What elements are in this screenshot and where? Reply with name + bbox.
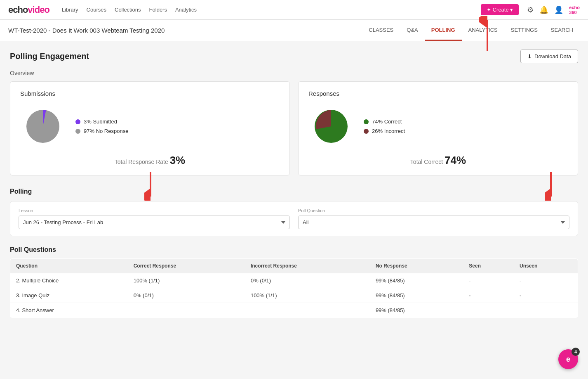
responses-chart-title: Responses (308, 90, 568, 97)
correct-3 (128, 303, 245, 318)
responses-legend: 74% Correct 26% Incorrect (364, 118, 405, 134)
page-title: Polling Engagement (10, 52, 89, 61)
nav-links: Library Courses Collections Folders Anal… (62, 7, 481, 13)
col-unseen: Unseen (514, 259, 578, 273)
incorrect-1: 0% (0/1) (245, 273, 370, 288)
polling-section: Polling Les (10, 188, 578, 236)
poll-questions-title: Poll Questions (10, 246, 578, 253)
unseen-3 (514, 303, 578, 318)
filters-card: Lesson Jun 26 - Testing Process - Fri La… (10, 201, 578, 236)
nav-collections[interactable]: Collections (115, 7, 141, 13)
submissions-chart-footer: Total Response Rate 3% (20, 154, 280, 167)
course-tabs: CLASSES Q&A POLLING ANALYTICS SETTINGS S… (362, 20, 580, 41)
poll-questions-table: Question Correct Response Incorrect Resp… (10, 258, 578, 318)
course-title: WT-Test-2020 - Does It Work 003 Webteam … (8, 27, 165, 34)
responses-pie-svg (308, 104, 354, 149)
course-header: WT-Test-2020 - Does It Work 003 Webteam … (0, 20, 588, 41)
tab-polling[interactable]: POLLING (425, 20, 462, 41)
unseen-2: - (514, 288, 578, 303)
poll-questions-section: Poll Questions Question Correct Response… (10, 246, 578, 318)
legend-submitted: 3% Submitted (75, 118, 128, 125)
no-response-2: 99% (84/85) (370, 288, 463, 303)
page-header: Polling Engagement ⬇ Download Data (10, 50, 578, 63)
col-no-response: No Response (370, 259, 463, 273)
overview-label: Overview (10, 70, 578, 76)
nav-icons: ⚙ 🔔 👤 echo360 (527, 5, 580, 15)
download-icon: ⬇ (527, 53, 532, 59)
submissions-pie (20, 104, 66, 149)
responses-chart-card: Responses (298, 81, 578, 175)
col-incorrect-response: Incorrect Response (245, 259, 370, 273)
no-response-dot (75, 129, 80, 134)
top-nav: echovideo Library Courses Collections Fo… (0, 0, 588, 20)
nav-analytics[interactable]: Analytics (175, 7, 197, 13)
bell-icon[interactable]: 🔔 (539, 5, 548, 14)
responses-chart-footer: Total Correct 74% (308, 154, 568, 167)
annotation-arrow-lesson (144, 172, 157, 201)
legend-no-response: 97% No Response (75, 128, 128, 134)
tab-settings[interactable]: SETTINGS (504, 20, 544, 41)
polling-section-title: Polling (10, 188, 578, 195)
question-2: 3. Image Quiz (10, 288, 128, 303)
tab-search[interactable]: SEARCH (544, 20, 580, 41)
col-correct-response: Correct Response (128, 259, 245, 273)
no-response-3: 99% (84/85) (370, 303, 463, 318)
correct-1: 100% (1/1) (128, 273, 245, 288)
submissions-legend: 3% Submitted 97% No Response (75, 118, 128, 134)
col-seen: Seen (463, 259, 514, 273)
nav-library[interactable]: Library (62, 7, 78, 13)
lesson-select[interactable]: Jun 26 - Testing Process - Fri Lab (19, 216, 290, 229)
logo-echo: echo (8, 5, 28, 15)
question-3: 4. Short Answer (10, 303, 128, 318)
lesson-filter-group: Lesson Jun 26 - Testing Process - Fri La… (19, 208, 290, 229)
lesson-label: Lesson (19, 208, 290, 213)
seen-1: - (463, 273, 514, 288)
download-button[interactable]: ⬇ Download Data (520, 50, 578, 63)
submissions-chart-title: Submissions (20, 90, 280, 97)
correct-2: 0% (0/1) (128, 288, 245, 303)
nav-courses[interactable]: Courses (87, 7, 106, 13)
question-1: 2. Multiple Choice (10, 273, 128, 288)
responses-pie (308, 104, 354, 149)
submissions-chart-body: 3% Submitted 97% No Response (20, 104, 280, 149)
settings-icon[interactable]: ⚙ (527, 5, 534, 14)
poll-question-select[interactable]: All (298, 216, 569, 229)
no-response-1: 99% (84/85) (370, 273, 463, 288)
unseen-1: - (514, 273, 578, 288)
incorrect-dot (364, 129, 369, 134)
col-question: Question (10, 259, 128, 273)
logo-video: video (28, 5, 49, 15)
notification-count: 4 (572, 348, 580, 356)
tab-classes[interactable]: CLASSES (362, 20, 400, 41)
tab-qa[interactable]: Q&A (400, 20, 424, 41)
poll-question-filter-group: Poll Question All (298, 208, 569, 229)
incorrect-3 (245, 303, 370, 318)
charts-row: Submissions 3% Submitted (10, 81, 578, 175)
incorrect-2: 100% (1/1) (245, 288, 370, 303)
legend-incorrect: 26% Incorrect (364, 128, 405, 134)
echo360-logo: echo360 (569, 5, 580, 15)
notification-icon: e (566, 355, 570, 364)
user-icon[interactable]: 👤 (554, 5, 563, 14)
annotation-arrow-poll-question (545, 172, 557, 201)
seen-2: - (463, 288, 514, 303)
nav-folders[interactable]: Folders (149, 7, 167, 13)
main-content: Polling Engagement ⬇ Download Data (0, 41, 588, 379)
responses-chart-body: 74% Correct 26% Incorrect (308, 104, 568, 149)
table-row: 2. Multiple Choice 100% (1/1) 0% (0/1) 9… (10, 273, 578, 288)
create-button[interactable]: ✦ Create ▾ (481, 4, 519, 15)
legend-correct: 74% Correct (364, 118, 405, 125)
submissions-pie-svg (20, 104, 66, 149)
poll-question-label: Poll Question (298, 208, 569, 213)
notification-badge[interactable]: e 4 (558, 349, 578, 369)
annotation-arrow-up (479, 16, 496, 53)
seen-3 (463, 303, 514, 318)
submitted-dot (75, 119, 80, 124)
correct-dot (364, 119, 369, 124)
logo[interactable]: echovideo (8, 5, 49, 15)
table-row: 4. Short Answer 99% (84/85) (10, 303, 578, 318)
table-row: 3. Image Quiz 0% (0/1) 100% (1/1) 99% (8… (10, 288, 578, 303)
submissions-chart-card: Submissions 3% Submitted (10, 81, 290, 175)
